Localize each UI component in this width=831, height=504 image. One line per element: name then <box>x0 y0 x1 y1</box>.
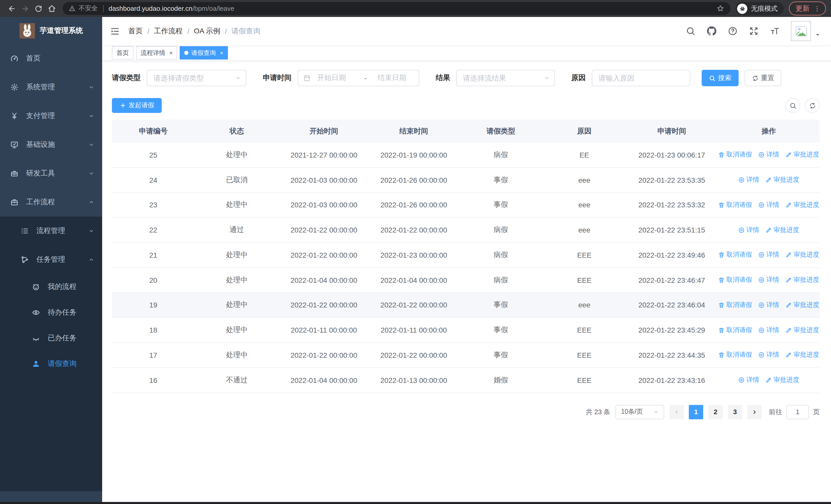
sidebar-item-workflow[interactable]: 工作流程 <box>0 188 102 216</box>
close-icon[interactable]: × <box>220 50 223 56</box>
help-icon[interactable] <box>728 26 738 36</box>
reason-field[interactable] <box>592 70 690 86</box>
cancel-link[interactable]: 取消请假 <box>718 326 752 334</box>
detail-link[interactable]: 详情 <box>758 351 779 359</box>
reason-input[interactable] <box>592 70 690 86</box>
result-select[interactable] <box>456 70 555 86</box>
progress-link[interactable]: 审批进度 <box>765 176 799 184</box>
sidebar-item-leave-query[interactable]: 请假查询 <box>0 351 102 377</box>
cancel-link[interactable]: 取消请假 <box>718 351 752 359</box>
progress-link[interactable]: 审批进度 <box>785 351 819 359</box>
home-icon[interactable] <box>45 2 58 15</box>
font-size-icon[interactable] <box>770 26 780 36</box>
sidebar-item-payment[interactable]: 支付管理 <box>0 101 102 130</box>
forward-icon[interactable] <box>19 2 32 15</box>
bookmark-star-icon[interactable] <box>717 5 724 12</box>
security-label[interactable]: 不安全 <box>79 4 98 13</box>
address-bar[interactable]: 不安全 dashboard.yudao.iocoder.cn /bpm/oa/l… <box>63 2 730 15</box>
detail-link[interactable]: 详情 <box>758 326 779 334</box>
progress-link[interactable]: 审批进度 <box>785 276 819 284</box>
page-size-input[interactable] <box>616 405 664 419</box>
cell-end: 2022-01-04 00:00:00 <box>369 268 459 293</box>
tab-流程详情[interactable]: 流程详情× <box>136 46 177 60</box>
sidebar-item-home[interactable]: 首页 <box>0 44 102 73</box>
close-icon[interactable]: × <box>169 50 173 56</box>
reset-button[interactable]: 重置 <box>745 70 781 86</box>
progress-link[interactable]: 审批进度 <box>785 326 819 334</box>
cell-id: 20 <box>112 268 195 293</box>
search-button[interactable]: 搜索 <box>701 70 739 86</box>
chevron-down-icon <box>88 170 94 177</box>
progress-label: 审批进度 <box>774 226 799 234</box>
sidebar-fold-icon[interactable] <box>110 26 120 36</box>
page-button-2[interactable]: 2 <box>708 405 723 419</box>
hide-search-icon[interactable] <box>785 98 800 113</box>
progress-link[interactable]: 审批进度 <box>785 251 819 260</box>
goto-input-box[interactable] <box>786 405 809 419</box>
sidebar-item-my-process[interactable]: 我的流程 <box>0 274 102 300</box>
progress-link[interactable]: 审批进度 <box>765 376 799 384</box>
progress-link[interactable]: 审批进度 <box>785 201 819 209</box>
cancel-link[interactable]: 取消请假 <box>718 301 752 309</box>
detail-link[interactable]: 详情 <box>758 301 779 309</box>
detail-link[interactable]: 详情 <box>738 226 759 234</box>
progress-link[interactable]: 审批进度 <box>765 226 799 234</box>
breadcrumb-item[interactable]: OA 示例 <box>194 26 221 36</box>
app-logo[interactable]: 芋道管理系统 <box>0 17 102 44</box>
page-size-select[interactable] <box>615 405 664 419</box>
prev-page-icon[interactable] <box>669 405 684 419</box>
detail-link[interactable]: 详情 <box>758 276 779 284</box>
page-button-1[interactable]: 1 <box>689 405 703 419</box>
cancel-link[interactable]: 取消请假 <box>718 151 752 159</box>
search-icon[interactable] <box>686 26 695 36</box>
leave-type-select[interactable] <box>147 70 247 86</box>
progress-link[interactable]: 审批进度 <box>785 151 819 159</box>
breadcrumb-item[interactable]: 工作流程 <box>154 26 183 36</box>
start-date-placeholder[interactable]: 开始日期 <box>317 73 361 83</box>
result-input[interactable] <box>457 70 554 86</box>
detail-link[interactable]: 详情 <box>758 201 779 209</box>
next-page-icon[interactable] <box>747 405 762 419</box>
detail-link[interactable]: 详情 <box>738 176 759 184</box>
tab-首页[interactable]: 首页 <box>112 46 134 60</box>
update-button[interactable]: 更新 <box>789 2 826 16</box>
sidebar-item-devtools[interactable]: 研发工具 <box>0 159 102 188</box>
cell-actions: 取消请假详情审批进度 <box>718 268 820 293</box>
cancel-link[interactable]: 取消请假 <box>718 251 752 260</box>
cell-apply: 2022-01-22 23:53:32 <box>626 193 718 217</box>
reload-icon[interactable] <box>32 2 45 15</box>
sidebar-item-task-mgmt[interactable]: 任务管理 <box>0 245 102 274</box>
sidebar-item-done-tasks[interactable]: 已办任务 <box>0 325 102 351</box>
sidebar-item-system[interactable]: 系统管理 <box>0 73 102 101</box>
sidebar-item-todo-tasks[interactable]: 待办任务 <box>0 300 102 325</box>
view-icon <box>758 152 765 158</box>
trash-icon <box>718 152 725 158</box>
goto-page-input[interactable] <box>787 405 808 419</box>
leave-type-input[interactable] <box>147 70 246 86</box>
leave-row: 21处理中2022-01-22 00:00:002022-01-23 00:00… <box>112 243 820 268</box>
breadcrumb-item[interactable]: 首页 <box>128 26 143 36</box>
refresh-icon[interactable] <box>805 98 820 113</box>
caret-down-icon[interactable] <box>814 32 821 41</box>
progress-link[interactable]: 审批进度 <box>785 301 819 309</box>
create-leave-button[interactable]: 发起请假 <box>112 98 162 113</box>
end-date-placeholder[interactable]: 结束日期 <box>370 73 414 83</box>
kebab-menu-icon[interactable] <box>813 5 821 12</box>
cell-actions: 详情审批进度 <box>718 368 820 393</box>
detail-link[interactable]: 详情 <box>758 151 779 159</box>
back-icon[interactable] <box>5 2 19 15</box>
cancel-link[interactable]: 取消请假 <box>718 201 752 209</box>
detail-link[interactable]: 详情 <box>758 251 779 260</box>
github-icon[interactable] <box>707 26 717 36</box>
cancel-link[interactable]: 取消请假 <box>718 276 752 284</box>
sidebar-item-infra[interactable]: 基础设施 <box>0 130 102 159</box>
avatar[interactable] <box>791 21 811 41</box>
apply-time-range-picker[interactable]: 开始日期 - 结束日期 <box>298 70 419 86</box>
page-button-3[interactable]: 3 <box>728 405 742 419</box>
tab-请假查询[interactable]: 请假查询× <box>180 46 228 60</box>
detail-link[interactable]: 详情 <box>738 376 759 384</box>
fullscreen-icon[interactable] <box>749 26 758 36</box>
user-menu[interactable] <box>791 21 821 41</box>
sidebar-item-process-mgmt[interactable]: 流程管理 <box>0 216 102 245</box>
view-icon <box>758 277 765 283</box>
